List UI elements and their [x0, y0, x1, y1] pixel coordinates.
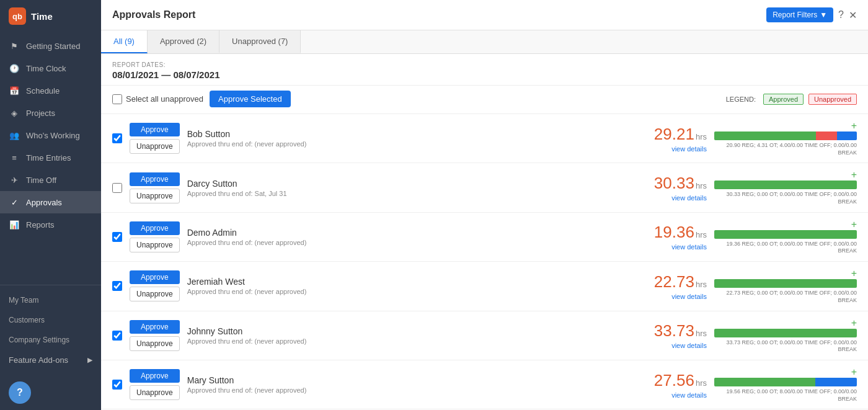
hours-unit: hrs [696, 378, 707, 388]
add-icon[interactable]: + [851, 318, 857, 329]
add-icon[interactable]: + [851, 268, 857, 279]
bar-section: + 33.73 REG; 0.00 OT; 0.00/0.00 TIME OFF… [714, 318, 857, 354]
dialog-title: Approvals Report [112, 9, 195, 20]
help-icon: ? [17, 387, 23, 398]
legend-label: LEGEND: [726, 96, 756, 103]
sidebar-item-approvals[interactable]: ✓ Approvals [0, 191, 101, 213]
sidebar-item-reports[interactable]: 📊 Reports [0, 213, 101, 236]
bar-section: + 19.56 REG; 0.00 OT; 8.00/0.00 TIME OFF… [714, 367, 857, 403]
action-bar-left: Select all unapproved Approve Selected [112, 91, 291, 107]
employee-hours: 19.36hrs view details [639, 223, 707, 251]
employee-approved-text: Approved thru end of: Sat, Jul 31 [187, 190, 631, 197]
unapprove-button[interactable]: Unapprove [130, 238, 180, 252]
view-details-link[interactable]: view details [639, 145, 707, 153]
add-icon[interactable]: + [851, 219, 857, 230]
add-icon[interactable]: + [851, 120, 857, 131]
sidebar-item-my-team[interactable]: My Team [0, 290, 101, 310]
action-bar: Select all unapproved Approve Selected L… [101, 86, 868, 114]
table-row: Approve Unapprove Darcy Sutton Approved … [101, 163, 868, 212]
unapprove-button[interactable]: Unapprove [130, 336, 180, 351]
sidebar-logo[interactable]: qb Time [0, 0, 101, 32]
report-filters-button[interactable]: Report Filters ▼ [766, 7, 833, 22]
employee-approved-text: Approved thru end of: (never approved) [187, 288, 631, 295]
view-details-link[interactable]: view details [639, 293, 707, 300]
help-circle-icon[interactable]: ? [838, 9, 844, 20]
employee-checkbox[interactable] [112, 380, 122, 390]
select-all-checkbox[interactable] [112, 94, 122, 104]
hours-value: 27.56 [654, 371, 694, 390]
report-header: REPORT DATES: 08/01/2021 — 08/07/2021 [101, 54, 868, 86]
unapprove-button[interactable]: Unapprove [130, 139, 180, 154]
unapprove-button[interactable]: Unapprove [130, 287, 180, 301]
approve-button[interactable]: Approve [130, 123, 180, 136]
sidebar-item-customers[interactable]: Customers [0, 310, 101, 330]
customers-label: Customers [9, 316, 45, 324]
view-details-link[interactable]: view details [639, 194, 707, 202]
view-details-link[interactable]: view details [639, 243, 707, 251]
employee-approved-text: Approved thru end of: (never approved) [187, 386, 631, 394]
add-icon[interactable]: + [851, 367, 857, 378]
report-filters-label: Report Filters [773, 11, 817, 19]
bar-reg [714, 329, 857, 337]
sidebar-item-getting-started[interactable]: ⚑ Getting Started [0, 35, 101, 57]
unapprove-button[interactable]: Unapprove [130, 189, 180, 203]
help-button[interactable]: ? [9, 381, 31, 404]
dialog-header: Approvals Report Report Filters ▼ ? ✕ [101, 0, 868, 30]
time-off-icon: ✈ [9, 174, 20, 185]
hours-unit: hrs [696, 230, 707, 239]
employee-info: Demo Admin Approved thru end of: (never … [187, 228, 631, 246]
sidebar-item-whos-working[interactable]: 👥 Who's Working [0, 124, 101, 146]
sidebar-item-schedule[interactable]: 📅 Schedule [0, 79, 101, 102]
unapprove-button[interactable]: Unapprove [130, 385, 180, 400]
sidebar-item-label: Who's Working [26, 131, 80, 140]
sidebar-item-company-settings[interactable]: Company Settings [0, 330, 101, 350]
time-clock-icon: 🕐 [9, 63, 20, 74]
tab-approved[interactable]: Approved (2) [148, 30, 219, 53]
sidebar-item-projects[interactable]: ◈ Projects [0, 102, 101, 124]
legend-unapproved: Unapproved [808, 94, 857, 105]
sidebar-item-time-clock[interactable]: 🕐 Time Clock [0, 57, 101, 79]
view-details-link[interactable]: view details [639, 342, 707, 349]
sidebar-nav: ⚑ Getting Started 🕐 Time Clock 📅 Schedul… [0, 32, 101, 285]
company-settings-label: Company Settings [9, 336, 69, 344]
approve-selected-button[interactable]: Approve Selected [210, 91, 291, 107]
approve-button[interactable]: Approve [130, 221, 180, 235]
approvals-icon: ✓ [9, 197, 20, 208]
sidebar-item-time-off[interactable]: ✈ Time Off [0, 169, 101, 191]
employee-name: Darcy Sutton [187, 179, 631, 189]
chevron-right-icon: ▶ [87, 356, 92, 364]
employee-checkbox[interactable] [112, 331, 122, 341]
employee-approved-text: Approved thru end of: (never approved) [187, 239, 631, 246]
hours-unit: hrs [696, 181, 707, 190]
employee-checkbox[interactable] [112, 281, 122, 291]
dialog-header-right: Report Filters ▼ ? ✕ [766, 7, 857, 22]
hours-value: 22.73 [654, 272, 694, 291]
view-details-link[interactable]: view details [639, 391, 707, 399]
my-team-label: My Team [9, 296, 38, 305]
sidebar-item-label: Time Entries [26, 153, 71, 163]
approve-button[interactable]: Approve [130, 270, 180, 284]
close-icon[interactable]: ✕ [849, 9, 857, 21]
bar-legend-text: 20.90 REG; 4.31 OT; 4.00/0.00 TIME OFF; … [714, 142, 857, 156]
row-actions: Approve Unapprove [130, 221, 180, 252]
select-all-label[interactable]: Select all unapproved [112, 94, 203, 104]
add-icon[interactable]: + [851, 169, 857, 180]
employee-checkbox[interactable] [112, 133, 122, 143]
tab-unapproved[interactable]: Unapproved (7) [219, 30, 301, 53]
employee-checkbox[interactable] [112, 232, 122, 242]
sidebar-item-label: Schedule [26, 86, 60, 96]
employee-checkbox[interactable] [112, 183, 122, 193]
approve-button[interactable]: Approve [130, 320, 180, 334]
sidebar-item-feature-add-ons[interactable]: Feature Add-ons ▶ [0, 350, 101, 370]
employee-name: Demo Admin [187, 228, 631, 238]
report-tabs: All (9) Approved (2) Unapproved (7) [101, 30, 868, 54]
tab-all[interactable]: All (9) [101, 30, 148, 53]
employee-list: Approve Unapprove Bob Sutton Approved th… [101, 114, 868, 410]
add-row: + [714, 120, 857, 131]
employee-hours: 27.56hrs view details [639, 371, 707, 399]
employee-name: Bob Sutton [187, 129, 631, 139]
report-dates: 08/01/2021 — 08/07/2021 [112, 69, 857, 80]
approve-button[interactable]: Approve [130, 369, 180, 383]
approve-button[interactable]: Approve [130, 172, 180, 186]
sidebar-item-time-entries[interactable]: ≡ Time Entries [0, 146, 101, 169]
